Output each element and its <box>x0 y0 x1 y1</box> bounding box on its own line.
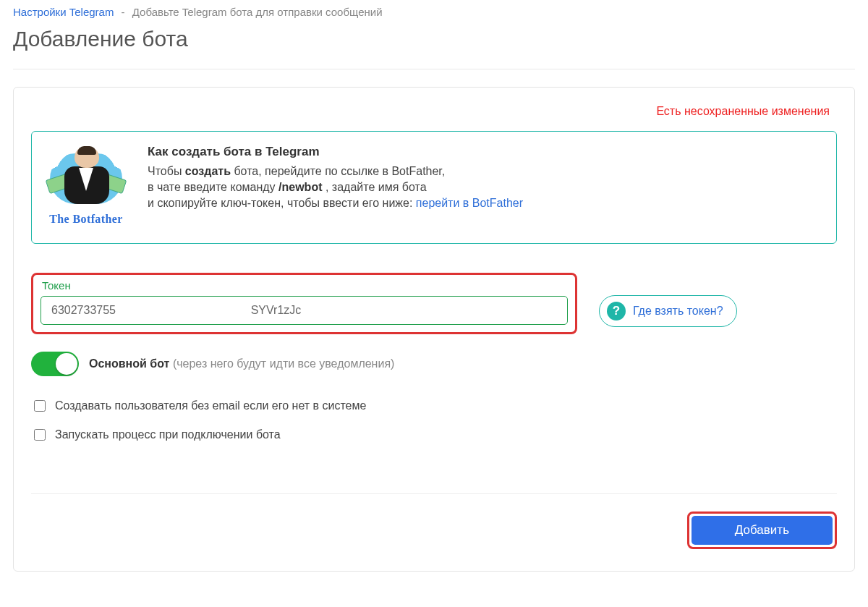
help-title: Как создать бота в Telegram <box>148 145 822 159</box>
breadcrumb-separator: - <box>117 6 129 18</box>
help-line2-c: , задайте имя бота <box>322 181 426 193</box>
form-card: Есть несохраненные изменения The Botfath… <box>13 87 855 572</box>
token-help-button-label: Где взять токен? <box>633 305 723 318</box>
token-row: Токен ? Где взять токен? <box>31 273 837 334</box>
submit-highlight: Добавить <box>687 512 837 549</box>
help-line1-c: бота, перейдите по ссылке в BotFather, <box>231 165 445 177</box>
start-process-checkbox-row[interactable]: Запускать процесс при подключении бота <box>31 427 837 443</box>
question-icon: ? <box>607 302 626 321</box>
token-label: Токен <box>42 279 568 292</box>
divider <box>13 69 855 69</box>
help-line3-a: и скопируйте ключ-токен, чтобы ввести ег… <box>148 197 416 209</box>
start-process-label: Запускать процесс при подключении бота <box>55 428 281 441</box>
add-button[interactable]: Добавить <box>692 516 833 545</box>
footer-divider <box>31 493 837 494</box>
submit-row: Добавить <box>31 512 837 549</box>
help-line1-a: Чтобы <box>148 165 185 177</box>
help-panel: The Botfather Как создать бота в Telegra… <box>31 131 837 244</box>
page-title: Добавление бота <box>13 27 855 51</box>
main-bot-label-note: (через него будут идти все уведомления) <box>169 357 394 370</box>
help-line2-bold: /newbot <box>278 181 322 193</box>
breadcrumb: Настройки Telegram - Добавьте Telegram б… <box>13 0 855 27</box>
start-process-checkbox[interactable] <box>34 429 46 441</box>
main-bot-label-bold: Основной бот <box>89 357 169 370</box>
help-line1-bold: создать <box>185 165 231 177</box>
breadcrumb-current: Добавьте Telegram бота для отправки сооб… <box>132 6 383 18</box>
create-user-label: Создавать пользователя без email если ег… <box>55 399 366 412</box>
botfather-illustration: The Botfather <box>46 145 126 226</box>
token-input[interactable] <box>41 296 568 325</box>
token-help-button[interactable]: ? Где взять токен? <box>599 295 737 327</box>
main-bot-toggle-row: Основной бот (через него будут идти все … <box>31 352 837 376</box>
help-line2-a: в чате введите команду <box>148 181 278 193</box>
token-field-highlight: Токен <box>31 273 577 334</box>
main-bot-toggle[interactable] <box>31 352 79 376</box>
botfather-link[interactable]: перейти в BotFather <box>416 197 523 209</box>
create-user-checkbox[interactable] <box>34 400 46 412</box>
breadcrumb-link-settings[interactable]: Настройки Telegram <box>13 6 114 18</box>
create-user-checkbox-row[interactable]: Создавать пользователя без email если ег… <box>31 398 837 414</box>
main-bot-label: Основной бот (через него будут идти все … <box>89 357 394 370</box>
botfather-caption: The Botfather <box>46 213 126 226</box>
unsaved-changes-warning: Есть несохраненные изменения <box>31 102 837 131</box>
help-text: Как создать бота в Telegram Чтобы создат… <box>148 145 822 213</box>
